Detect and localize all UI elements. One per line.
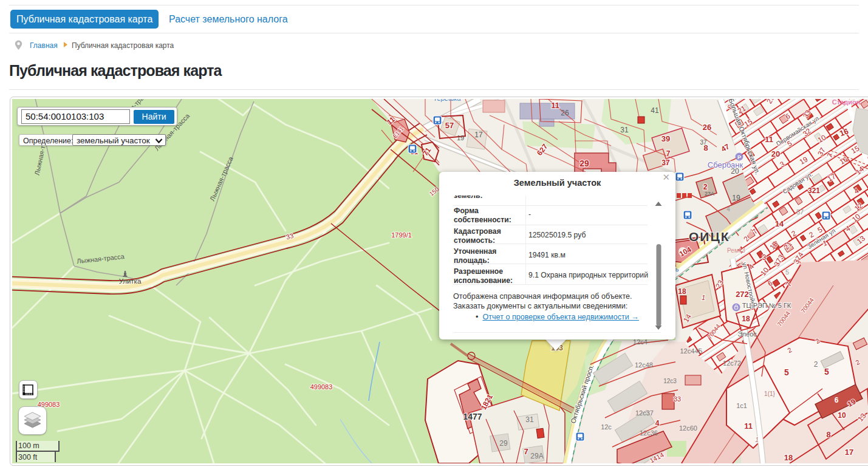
svg-text:19: 19 [732,194,740,202]
svg-text:11: 11 [744,421,753,431]
svg-text:Улитка: Улитка [119,278,142,285]
svg-text:1477: 1477 [463,412,482,421]
svg-text:31: 31 [525,415,534,424]
svg-text:2: 2 [703,183,708,191]
svg-text:17: 17 [474,131,483,139]
svg-text:8: 8 [826,430,830,439]
svg-text:6: 6 [835,396,839,404]
svg-text:39: 39 [661,134,670,143]
svg-text:1799/1: 1799/1 [391,231,412,239]
svg-text:31: 31 [620,126,629,134]
svg-text:ТЦ РЭП № 5 ГК: ТЦ РЭП № 5 ГК [742,302,791,309]
svg-text:33: 33 [674,395,681,403]
svg-text:12с60: 12с60 [679,424,697,432]
svg-text:12с48: 12с48 [635,361,653,369]
svg-text:57: 57 [796,208,804,216]
svg-text:499083: 499083 [310,383,333,390]
svg-text:12с36: 12с36 [640,429,658,437]
svg-text:5: 5 [784,367,789,377]
svg-text:12с37: 12с37 [635,409,654,417]
svg-text:23А: 23А [705,191,714,197]
svg-text:Элеос: Элеос [737,330,757,338]
svg-text:3: 3 [762,253,767,262]
svg-text:37: 37 [661,159,670,167]
svg-text:1(1}: 1(1} [764,390,775,397]
svg-text:11: 11 [765,135,773,144]
svg-text:17: 17 [845,448,853,457]
svg-text:1: 1 [702,294,705,301]
svg-text:2: 2 [814,360,818,369]
svg-text:Р: Р [737,154,741,160]
svg-text:26: 26 [561,109,569,117]
svg-text:7: 7 [524,447,528,456]
svg-text:7: 7 [666,149,671,158]
svg-text:10: 10 [838,411,846,420]
svg-text:14: 14 [775,219,784,228]
svg-text:4: 4 [655,419,660,428]
svg-text:37: 37 [700,139,707,146]
svg-text:19: 19 [457,134,464,141]
svg-text:12с: 12с [601,423,612,431]
svg-text:1: 1 [755,436,759,443]
svg-text:12с44Б: 12с44Б [680,347,702,355]
svg-text:ОИЦК: ОИЦК [689,230,730,244]
svg-text:26: 26 [703,123,711,132]
svg-text:Рем€3: Рем€3 [727,247,745,254]
svg-text:12с72: 12с72 [723,360,741,367]
svg-text:18: 18 [742,315,750,323]
svg-text:29: 29 [499,439,508,448]
svg-text:18: 18 [784,453,793,462]
svg-text:1с1: 1с1 [736,402,747,409]
svg-text:272: 272 [736,290,749,299]
svg-text:5: 5 [824,367,829,377]
svg-text:11: 11 [551,101,559,110]
svg-text:41: 41 [651,106,659,115]
svg-text:321: 321 [808,186,820,195]
svg-text:12с3: 12с3 [663,378,677,384]
svg-text:29А: 29А [530,452,543,460]
svg-text:Сбербанк: Сбербанк [708,160,743,169]
svg-text:29: 29 [579,159,589,168]
svg-text:20: 20 [771,149,780,159]
svg-text:4: 4 [726,206,730,213]
svg-text:Стадион: Стадион [832,99,861,106]
svg-text:18: 18 [678,287,686,296]
svg-text:5: 5 [785,268,789,276]
svg-text:57: 57 [445,121,454,130]
svg-text:Терешка: Терешка [433,99,460,102]
